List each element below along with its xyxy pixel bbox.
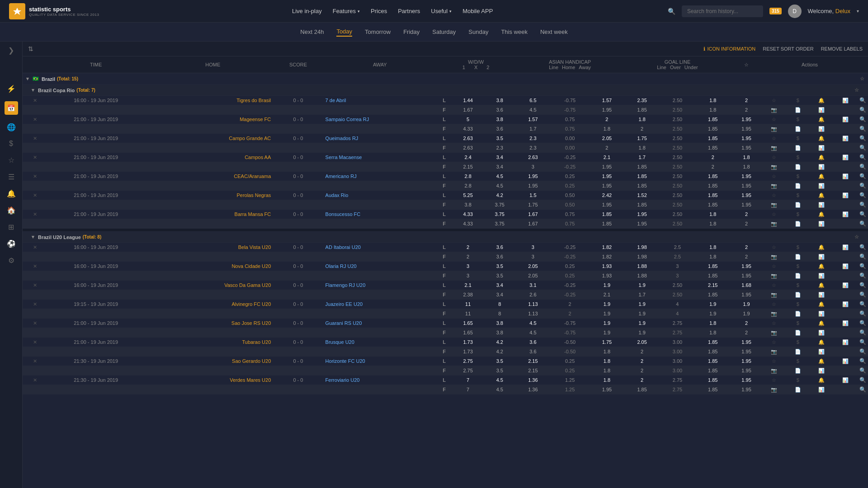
nav-useful[interactable]: Useful ▾ [431, 8, 452, 14]
action-dollar[interactable]: $ [786, 191, 810, 200]
f-action-doc[interactable]: 📄 [786, 385, 810, 394]
search-input[interactable] [682, 5, 763, 17]
action-star[interactable]: ☆ [762, 375, 786, 385]
sidebar-list[interactable]: ☰ [8, 173, 14, 181]
action-chart[interactable]: 📊 [833, 96, 857, 105]
home-team[interactable]: Verdes Mares U20 [153, 375, 273, 385]
action-chart[interactable]: 📊 [833, 375, 857, 385]
f-action-img[interactable]: 📷 [762, 290, 786, 300]
action-bell[interactable]: 🔔 [810, 115, 833, 124]
away-team[interactable]: Olaria RJ U20 [324, 262, 436, 271]
f-action-bar[interactable]: 📊 [810, 328, 833, 338]
action-dollar[interactable]: $ [786, 357, 810, 366]
home-team[interactable]: Nova Cidade U20 [153, 262, 273, 271]
zoom-btn[interactable]: 🔍 [857, 290, 868, 300]
action-dollar[interactable]: $ [786, 300, 810, 309]
nav-prices[interactable]: Prices [371, 8, 387, 14]
action-star[interactable]: ☆ [762, 191, 786, 200]
sidebar-bell[interactable]: 🔔 [7, 189, 16, 198]
zoom-btn[interactable]: 🔍 [857, 143, 868, 153]
action-dollar[interactable]: $ [786, 172, 810, 181]
f-action-img[interactable]: 📷 [762, 347, 786, 357]
f-action-bar[interactable]: 📊 [810, 219, 833, 229]
sidebar-calendar[interactable]: 📅 [5, 101, 18, 115]
date-next24h[interactable]: Next 24h [300, 28, 324, 36]
f-action-doc[interactable]: 📄 [786, 181, 810, 191]
zoom-btn[interactable]: 🔍 [857, 319, 868, 328]
f-action-img[interactable]: 📷 [762, 200, 786, 210]
action-bell[interactable]: 🔔 [810, 153, 833, 162]
x-cell[interactable]: ✕ [31, 300, 39, 309]
zoom-btn[interactable]: 🔍 [857, 300, 868, 309]
x-cell[interactable]: ✕ [31, 319, 39, 328]
zoom-btn[interactable]: 🔍 [857, 243, 868, 252]
f-action-bar[interactable]: 📊 [810, 200, 833, 210]
sidebar-star[interactable]: ☆ [8, 156, 14, 164]
f-action-doc[interactable]: 📄 [786, 105, 810, 115]
zoom-btn[interactable]: 🔍 [857, 124, 868, 134]
action-dollar[interactable]: $ [786, 281, 810, 290]
date-sunday[interactable]: Sunday [468, 28, 488, 36]
home-team[interactable]: Campo Grande AC [153, 134, 273, 143]
date-friday[interactable]: Friday [403, 28, 420, 36]
away-team[interactable]: Ferroviario U20 [324, 375, 436, 385]
zoom-btn[interactable]: 🔍 [857, 115, 868, 124]
f-action-doc[interactable]: 📄 [786, 271, 810, 281]
action-bell[interactable]: 🔔 [810, 96, 833, 105]
action-chart[interactable]: 📊 [833, 357, 857, 366]
f-action-img[interactable]: 📷 [762, 143, 786, 153]
x-cell[interactable]: ✕ [31, 134, 39, 143]
zoom-btn[interactable]: 🔍 [857, 134, 868, 143]
icon-info-btn[interactable]: ℹ ICON INFORMATION [703, 46, 755, 52]
home-team[interactable]: Campos AA [153, 153, 273, 162]
x-cell[interactable]: ✕ [31, 153, 39, 162]
action-bell[interactable]: 🔔 [810, 338, 833, 347]
action-dollar[interactable]: $ [786, 210, 810, 219]
home-team[interactable]: Sao Jose RS U20 [153, 319, 273, 328]
x-cell[interactable]: ✕ [31, 357, 39, 366]
sidebar-dollar[interactable]: $ [9, 140, 13, 148]
zoom-btn[interactable]: 🔍 [857, 375, 868, 385]
away-team[interactable]: Americano RJ [324, 172, 436, 181]
zoom-btn[interactable]: 🔍 [857, 162, 868, 172]
action-bell[interactable]: 🔔 [810, 357, 833, 366]
collapse-brazil[interactable]: ▾ [26, 76, 29, 82]
action-chart[interactable]: 📊 [833, 191, 857, 200]
f-action-img[interactable]: 📷 [762, 271, 786, 281]
f-action-img[interactable]: 📷 [762, 385, 786, 394]
action-dollar[interactable]: $ [786, 262, 810, 271]
f-action-bar[interactable]: 📊 [810, 105, 833, 115]
home-team[interactable]: Vasco Da Gama U20 [153, 281, 273, 290]
f-action-doc[interactable]: 📄 [786, 366, 810, 375]
f-action-bar[interactable]: 📊 [810, 162, 833, 172]
f-action-img[interactable]: 📷 [762, 181, 786, 191]
f-action-doc[interactable]: 📄 [786, 252, 810, 262]
action-dollar[interactable]: $ [786, 96, 810, 105]
collapse-copa[interactable]: ▾ [32, 87, 34, 93]
x-cell[interactable]: ✕ [31, 191, 39, 200]
action-bell[interactable]: 🔔 [810, 300, 833, 309]
action-dollar[interactable]: $ [786, 134, 810, 143]
action-chart[interactable]: 📊 [833, 172, 857, 181]
f-action-img[interactable]: 📷 [762, 309, 786, 319]
notification-badge[interactable]: 315 [769, 8, 782, 14]
nav-features[interactable]: Features ▾ [333, 8, 360, 14]
zoom-btn[interactable]: 🔍 [857, 366, 868, 375]
away-team[interactable]: Guarani RS U20 [324, 319, 436, 328]
date-today[interactable]: Today [336, 27, 352, 37]
zoom-btn[interactable]: 🔍 [857, 172, 868, 181]
x-cell[interactable]: ✕ [31, 243, 39, 252]
action-star[interactable]: ☆ [762, 338, 786, 347]
zoom-btn[interactable]: 🔍 [857, 262, 868, 271]
zoom-btn[interactable]: 🔍 [857, 191, 868, 200]
action-bell[interactable]: 🔔 [810, 210, 833, 219]
away-team[interactable]: AD Itaborai U20 [324, 243, 436, 252]
f-action-doc[interactable]: 📄 [786, 347, 810, 357]
away-team[interactable]: Sampaio Correa RJ [324, 115, 436, 124]
nav-partners[interactable]: Partners [398, 8, 420, 14]
home-team[interactable]: Perolas Negras [153, 191, 273, 200]
action-chart[interactable]: 📊 [833, 281, 857, 290]
action-bell[interactable]: 🔔 [810, 191, 833, 200]
sidebar-globe[interactable]: 🌐 [7, 123, 16, 131]
action-star[interactable]: ☆ [762, 134, 786, 143]
